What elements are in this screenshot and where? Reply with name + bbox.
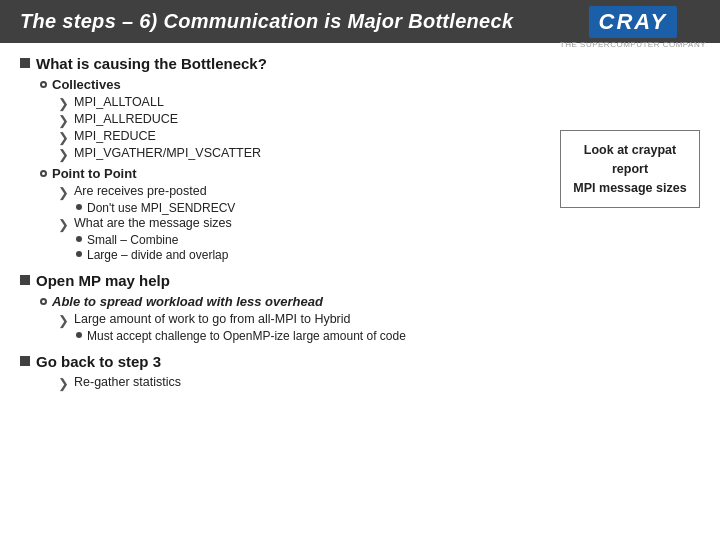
small-circle-icon [76,251,82,257]
list-item: ❯ MPI_VGATHER/MPI_VSCATTER [58,146,700,162]
bullet-circle-icon [40,81,47,88]
section-go-back: Go back to step 3 ❯ Re-gather statistics [20,353,700,391]
arrow-icon: ❯ [58,130,69,145]
list-item: ❯ MPI_REDUCE [58,129,700,145]
bullet-square-icon [20,58,30,68]
bullet-circle-icon [40,298,47,305]
section-go-back-title: Go back to step 3 [20,353,700,370]
list-item: ❯ MPI_ALLTOALL [58,95,700,111]
section-openmp: Open MP may help Able to spread workload… [20,272,700,343]
list-item: Large – divide and overlap [76,248,700,262]
point-to-point-title: Point to Point [40,166,700,181]
arrow-icon: ❯ [58,147,69,162]
spread-workload-title: Able to spread workload with less overhe… [40,294,700,309]
bullet-square-icon [20,356,30,366]
header-title-text: The steps – 6) Communication is Major Bo… [20,10,513,32]
subsection-point-to-point: Point to Point ❯ Are receives pre-posted… [40,166,700,262]
bullet-circle-icon [40,170,47,177]
section-bottleneck-title: What is causing the Bottleneck? [20,55,700,72]
list-item: ❯ Are receives pre-posted [58,184,700,200]
subsection-spread-workload: Able to spread workload with less overhe… [40,294,700,343]
arrow-icon: ❯ [58,96,69,111]
section-openmp-title: Open MP may help [20,272,700,289]
list-item: ❯ What are the message sizes [58,216,700,232]
main-content: What is causing the Bottleneck? Collecti… [0,43,720,411]
arrow-icon: ❯ [58,313,69,328]
bullet-square-icon [20,275,30,285]
section-bottleneck: What is causing the Bottleneck? Collecti… [20,55,700,262]
list-item: ❯ Large amount of work to go from all-MP… [58,312,700,328]
small-circle-icon [76,204,82,210]
list-item: Don't use MPI_SENDRECV [76,201,700,215]
list-item: Small – Combine [76,233,700,247]
arrow-icon: ❯ [58,113,69,128]
arrow-icon: ❯ [58,376,69,391]
list-item: ❯ MPI_ALLREDUCE [58,112,700,128]
list-item: ❯ Re-gather statistics [58,375,700,391]
subsection-collectives: Collectives ❯ MPI_ALLTOALL ❯ MPI_ALLREDU… [40,77,700,162]
cray-logo: CRAY [589,6,678,38]
small-circle-icon [76,236,82,242]
arrow-icon: ❯ [58,185,69,200]
list-item: Must accept challenge to OpenMP-ize larg… [76,329,700,343]
arrow-icon: ❯ [58,217,69,232]
small-circle-icon [76,332,82,338]
collectives-title: Collectives [40,77,700,92]
